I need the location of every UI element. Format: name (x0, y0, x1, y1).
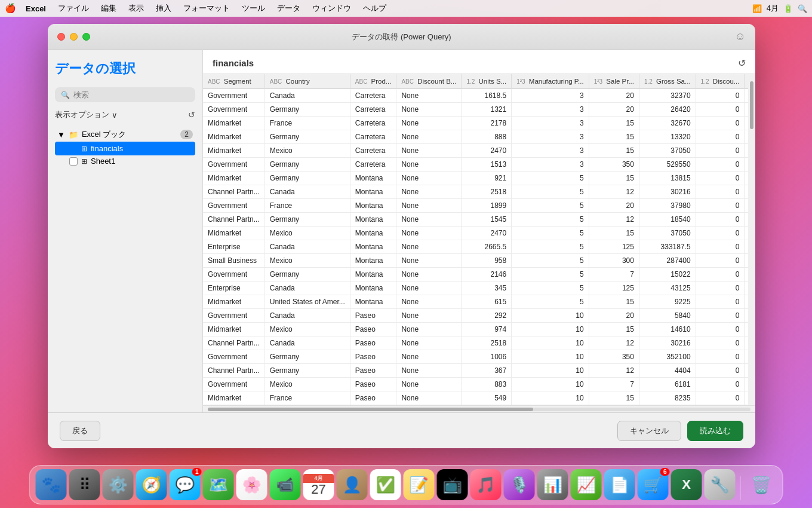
col-country[interactable]: ABC Country (264, 74, 350, 89)
sheet1-table-icon: ⊞ (81, 157, 87, 166)
dock-notes[interactable]: 📝 (404, 469, 435, 500)
col-units-sold[interactable]: 1.2 Units S... (462, 74, 512, 89)
apple-menu[interactable]: 🍎 (5, 3, 16, 14)
vertical-scrollbar[interactable] (748, 74, 755, 405)
dock-system-preferences[interactable]: ⚙️ (103, 469, 134, 500)
table-row: EnterpriseCanadaMontanaNone2665.55125333… (203, 240, 748, 254)
dock-safari[interactable]: 🧭 (136, 469, 167, 500)
table-cell: 0 (696, 199, 745, 213)
dock-contacts[interactable]: 👤 (337, 469, 368, 500)
table-cell: Mexico (264, 254, 350, 268)
menubar-format[interactable]: フォーマット (179, 2, 235, 15)
menubar-insert[interactable]: 挿入 (151, 2, 176, 15)
table-cell: 0 (696, 254, 745, 268)
refresh-icon[interactable]: ↺ (188, 110, 195, 120)
sheet1-label: Sheet1 (91, 157, 115, 166)
menubar-edit[interactable]: 編集 (96, 2, 121, 15)
cancel-button[interactable]: キャンセル (617, 421, 681, 441)
sheet1-checkbox[interactable] (69, 157, 78, 166)
minimize-button[interactable] (70, 33, 78, 41)
back-button[interactable]: 戻る (60, 421, 100, 441)
table-scroll[interactable]: ABC Segment ABC Country ABC Prod... ABC … (203, 74, 748, 405)
table-cell: None (396, 158, 462, 172)
scrollbar-track[interactable] (208, 408, 751, 411)
sheet-financials[interactable]: ⊞ financials (55, 142, 195, 155)
search-input[interactable] (73, 90, 189, 99)
table-cell: None (396, 89, 462, 103)
dock-excel[interactable]: X (671, 469, 702, 500)
table-cell: 32370 (639, 89, 696, 103)
menubar-data[interactable]: データ (272, 2, 305, 15)
dock-reminders[interactable]: ✅ (370, 469, 401, 500)
table-cell: 12 (589, 185, 639, 199)
menubar-window[interactable]: ウィンドウ (307, 2, 356, 15)
table-cell: 345 (462, 281, 512, 295)
menubar-file[interactable]: ファイル (53, 2, 94, 15)
table-cell: 10 (512, 405, 589, 406)
workbook-item[interactable]: ▼ 📁 Excel ブック 2 (55, 127, 195, 142)
col-sales[interactable]: 1.2 Sales (745, 74, 748, 89)
table-cell: 883 (462, 378, 512, 391)
close-button[interactable] (57, 33, 65, 41)
menubar-excel[interactable]: Excel (21, 3, 51, 14)
table-cell: 15 (589, 295, 639, 309)
table-cell: 5 (512, 295, 589, 309)
table-cell: 43125 (639, 281, 696, 295)
menubar-view[interactable]: 表示 (124, 2, 149, 15)
table-cell: 10 (512, 309, 589, 323)
sheet-sheet1[interactable]: ⊞ Sheet1 (55, 155, 195, 167)
table-cell: Mexico (264, 144, 350, 158)
dock-pages[interactable]: 📄 (604, 469, 635, 500)
table-cell: Midmarket (203, 391, 264, 405)
table-row: MidmarketFrancePaseoNone5491015823508235… (203, 391, 748, 405)
col-product[interactable]: ABC Prod... (350, 74, 396, 89)
dock-launchpad[interactable]: ⠿ (69, 469, 100, 500)
col-discount-band[interactable]: ABC Discount B... (396, 74, 462, 89)
maximize-button[interactable] (82, 33, 90, 41)
vscrollbar-thumb (750, 81, 753, 129)
dock-activity-monitor[interactable]: 📊 (537, 469, 568, 500)
table-row: MidmarketFranceCarreteraNone217831532670… (203, 117, 748, 130)
dock-app-store[interactable]: 🛒 6 (638, 469, 669, 500)
table-cell: 14610 (639, 323, 696, 336)
search-bar[interactable]: 🔍 (55, 87, 195, 102)
data-refresh-button[interactable]: ↺ (738, 57, 746, 69)
financials-checkbox[interactable] (69, 145, 78, 153)
dock-utilities[interactable]: 🔧 (705, 469, 736, 500)
table-cell: 350 (589, 158, 639, 172)
table-cell: Montana (350, 213, 396, 227)
dock-maps[interactable]: 🗺️ (203, 469, 234, 500)
dock-messages[interactable]: 💬 1 (170, 469, 201, 500)
search-menu-icon[interactable]: 🔍 (798, 4, 807, 13)
col-sale-price[interactable]: 1²3 Sale Pr... (589, 74, 639, 89)
table-cell: Paseo (350, 391, 396, 405)
dock-tv[interactable]: 📺 (437, 469, 468, 500)
menubar-help[interactable]: ヘルプ (358, 2, 391, 15)
dock-facetime[interactable]: 📹 (270, 469, 301, 500)
dock-calendar[interactable]: 4月 27 (303, 469, 334, 500)
load-button[interactable]: 読み込む (687, 421, 743, 441)
table-cell: 10 (512, 336, 589, 350)
dock-numbers[interactable]: 📈 (571, 469, 602, 500)
table-cell: 292 (462, 309, 512, 323)
dock-trash[interactable]: 🗑️ (746, 469, 777, 500)
table-cell: None (396, 117, 462, 130)
dock-photos[interactable]: 🌸 (236, 469, 267, 500)
financials-label: financials (91, 144, 123, 153)
dock-music[interactable]: 🎵 (470, 469, 502, 500)
table-cell: 26420 (639, 103, 696, 117)
menubar-tools[interactable]: ツール (237, 2, 270, 15)
table-cell: 30216 (639, 336, 696, 350)
dock-podcasts[interactable]: 🎙️ (504, 469, 535, 500)
horizontal-scrollbar-row (203, 405, 755, 412)
dock-finder[interactable]: 🐾 (36, 469, 67, 500)
display-options-row[interactable]: 表示オプション ∨ ↺ (55, 109, 195, 120)
col-gross-sales[interactable]: 1.2 Gross Sa... (639, 74, 696, 89)
col-segment[interactable]: ABC Segment (203, 74, 264, 89)
table-cell: 20 (589, 89, 639, 103)
sidebar: データの選択 🔍 表示オプション ∨ ↺ ▼ 📁 Excel ブック 2 (48, 50, 203, 412)
col-discounts[interactable]: 1.2 Discou... (696, 74, 745, 89)
col-manufacturing-price[interactable]: 1²3 Manufacturing P... (512, 74, 589, 89)
table-cell: 5 (512, 268, 589, 281)
table-cell: 10 (512, 391, 589, 405)
